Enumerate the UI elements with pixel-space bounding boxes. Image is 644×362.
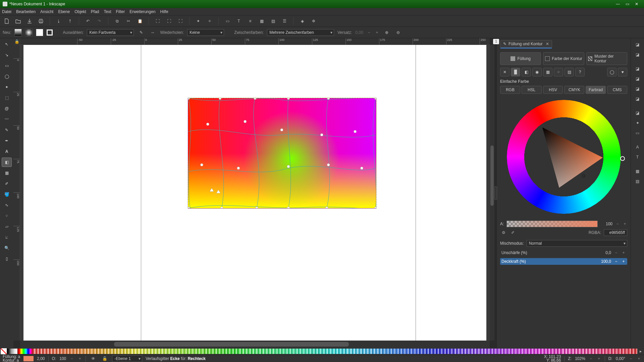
clone-icon[interactable]: ✧ <box>206 17 214 25</box>
swatch-icon[interactable]: ▤ <box>565 68 574 76</box>
dock-icon[interactable]: ◪ <box>633 40 642 49</box>
zoom-plus[interactable]: + <box>597 356 601 361</box>
palette-no-color[interactable] <box>1 348 7 354</box>
stops-dropdown[interactable]: Mehrere Zwischenfarben <box>267 29 334 36</box>
visibility-icon[interactable]: 👁 <box>89 355 97 362</box>
zoom-minus[interactable]: − <box>589 356 593 361</box>
ruler-vertical[interactable]: 0 25 50 75 100 125 150 <box>13 45 20 341</box>
unknown-icon[interactable]: ? <box>575 68 585 76</box>
alpha-slider[interactable] <box>506 221 598 227</box>
dock-icon[interactable]: ▭ <box>633 129 642 137</box>
menu-filter[interactable]: Filter <box>116 9 125 14</box>
gradient-tool-icon[interactable]: ◧ <box>2 158 12 167</box>
mode-wheel[interactable]: Farbrad <box>586 86 606 94</box>
zoom-page-icon[interactable]: ⛶ <box>176 17 184 25</box>
dock-icon[interactable]: ◪ <box>633 109 642 117</box>
dock-icon[interactable]: ◪ <box>633 50 642 59</box>
dropper-tool-icon[interactable]: ✐ <box>2 179 12 188</box>
blur-plus[interactable]: + <box>621 250 626 255</box>
pages-tool-icon[interactable]: ▯ <box>2 254 12 263</box>
insert-stop-icon[interactable]: ⊕ <box>383 28 391 37</box>
stroke-style-tab[interactable]: Muster der Kontur <box>586 52 627 65</box>
grad-fill-icon[interactable] <box>36 29 43 36</box>
canvas-scrollbar-horizontal[interactable] <box>20 341 490 348</box>
spray-tool-icon[interactable]: ⁘ <box>2 211 12 221</box>
gradient-select-dropdown[interactable]: Kein Farbverla <box>87 29 134 36</box>
menu-extensions[interactable]: Erweiterungen <box>129 9 155 14</box>
duplicate-icon[interactable]: ✦ <box>194 17 202 25</box>
blend-mode-dropdown[interactable]: Normal <box>527 240 627 247</box>
ruler-lock-icon[interactable]: 🔒 <box>13 38 20 45</box>
pattern-icon[interactable]: ⁘ <box>554 68 563 76</box>
close-button[interactable]: ✕ <box>632 1 641 7</box>
status-stroke-width[interactable]: 2,00 <box>37 356 45 361</box>
star-tool-icon[interactable]: ✦ <box>2 82 12 92</box>
tweak-tool-icon[interactable]: ∿ <box>2 200 12 210</box>
grid-icon[interactable]: ▤ <box>269 17 277 25</box>
spiral-tool-icon[interactable]: @ <box>2 104 12 113</box>
reverse-gradient-icon[interactable]: ↔ <box>149 28 157 37</box>
dock-icon[interactable]: A <box>633 143 642 152</box>
mode-hsl[interactable]: HSL <box>522 86 542 94</box>
page-badge[interactable]: 1 <box>493 39 499 44</box>
menu-text[interactable]: Text <box>104 9 111 14</box>
dock-icon[interactable]: ◪ <box>633 84 642 93</box>
fill-tab[interactable]: Füllung <box>500 52 541 65</box>
selector-tool-icon[interactable]: ↖ <box>2 40 12 49</box>
pencil-tool-icon[interactable]: 〰 <box>2 115 12 124</box>
menu-layer[interactable]: Ebene <box>58 9 70 14</box>
rotation-value[interactable]: 0,00° <box>616 356 625 361</box>
mode-cms[interactable]: CMS <box>607 86 627 94</box>
status-opacity-value[interactable]: 100 <box>59 356 66 361</box>
status-fill-swatch[interactable] <box>23 356 34 361</box>
linear-gradient-icon[interactable]: ◧ <box>522 68 531 76</box>
redo-icon[interactable]: ↷ <box>95 17 103 25</box>
paste-icon[interactable]: 📋 <box>136 17 144 25</box>
scrollbar-thumb[interactable] <box>490 145 494 206</box>
sv-triangle[interactable] <box>532 121 606 188</box>
alpha-value[interactable]: 100 <box>600 222 612 226</box>
menu-view[interactable]: Ansicht <box>40 9 53 14</box>
panel-tab[interactable]: ✎ Füllung und Kontur ✕ <box>500 40 552 48</box>
eraser-tool-icon[interactable]: ▱ <box>2 222 12 231</box>
alpha-plus[interactable]: + <box>623 222 627 226</box>
settings-icon[interactable]: ✲ <box>310 17 318 25</box>
mode-cmyk[interactable]: CMYK <box>564 86 584 94</box>
prefs-icon[interactable]: ◈ <box>298 17 306 25</box>
flat-color-icon[interactable]: ▉ <box>511 68 520 76</box>
color-wheel[interactable] <box>503 97 624 217</box>
stroke-paint-tab[interactable]: Farbe der Kontur <box>543 52 584 65</box>
scrollbar-thumb[interactable] <box>114 342 349 347</box>
dock-icon[interactable]: ◪ <box>633 74 642 83</box>
new-icon[interactable] <box>3 17 11 25</box>
maximize-button[interactable]: ▭ <box>623 1 632 7</box>
heart-icon[interactable]: ♥ <box>618 68 627 76</box>
opacity-value[interactable]: 100,0 <box>594 259 611 264</box>
zoom-sel-icon[interactable]: ⛶ <box>154 17 162 25</box>
dock-icon[interactable]: ◪ <box>633 64 642 73</box>
zoom-tool-icon[interactable]: 🔍 <box>2 243 12 253</box>
layer-dropdown[interactable]: -Ebene 1 <box>112 355 142 362</box>
canvas[interactable] <box>20 45 490 341</box>
offset-minus[interactable]: − <box>367 30 371 35</box>
zoom-value[interactable]: 102% <box>575 356 585 361</box>
opacity-plus[interactable]: + <box>621 259 626 264</box>
paintbucket-tool-icon[interactable]: 🪣 <box>2 190 12 199</box>
blur-row[interactable]: Unschärfe (%) 0,0 − + <box>500 249 627 256</box>
group-icon[interactable]: ▭ <box>223 17 231 25</box>
grad-linear-icon[interactable] <box>14 29 22 36</box>
palette-swatches[interactable] <box>7 349 637 354</box>
node-tool-icon[interactable]: ↘ <box>2 50 12 60</box>
radial-gradient-icon[interactable]: ◉ <box>532 68 542 76</box>
mesh-gradient-object[interactable] <box>188 98 376 208</box>
rgba-input[interactable]: e98565ff <box>604 229 627 236</box>
no-paint-icon[interactable]: ✕ <box>500 68 509 76</box>
mode-hsv[interactable]: HSV <box>543 86 563 94</box>
cut-icon[interactable]: ✂ <box>124 17 132 25</box>
text-tool-icon[interactable]: A <box>2 147 12 156</box>
sv-marker[interactable] <box>582 174 585 178</box>
ellipse-tool-icon[interactable]: ◯ <box>2 72 12 81</box>
text-tool-icon[interactable]: T <box>235 17 243 25</box>
align-icon[interactable]: ≡ <box>246 17 254 25</box>
delete-stop-icon[interactable]: ⊖ <box>394 28 402 37</box>
